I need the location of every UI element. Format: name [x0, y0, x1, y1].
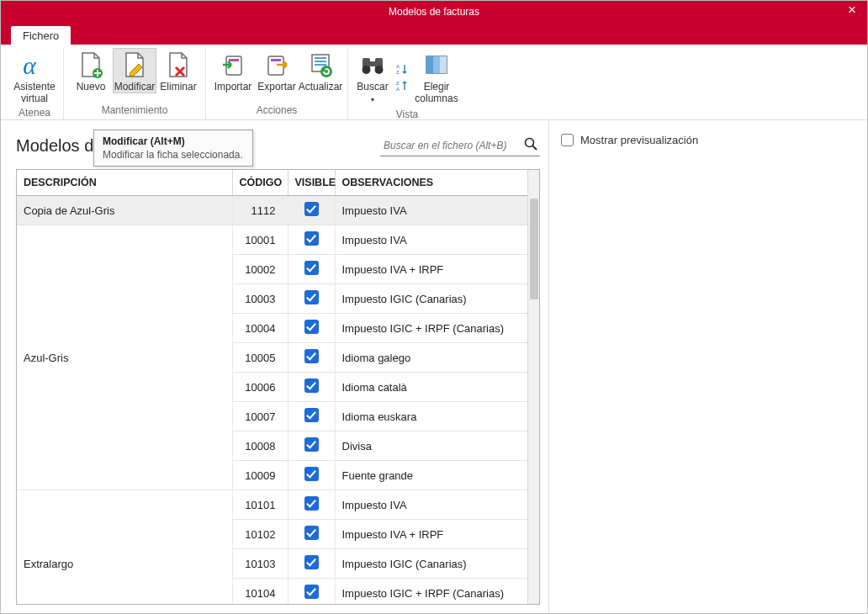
- cell-observations: Impuesto IGIC + IRPF (Canarias): [335, 579, 527, 605]
- cell-code: 10009: [232, 461, 288, 490]
- exportar-button[interactable]: Exportar: [255, 48, 299, 93]
- scrollbar-thumb[interactable]: [530, 198, 538, 299]
- cell-description: Copia de Azul-Gris: [17, 196, 232, 225]
- cell-visible[interactable]: [288, 402, 335, 431]
- elegir-columnas-button[interactable]: Elegir columnas: [412, 48, 461, 107]
- actualizar-button[interactable]: Actualizar: [299, 48, 342, 93]
- cell-observations: Impuesto IGIC (Canarias): [335, 284, 527, 314]
- sort-za-icon: ZA: [395, 79, 409, 93]
- ribbon-group-label: Atenea: [11, 105, 58, 120]
- left-pane: Modelos de facturas DESCRIPCI: [1, 120, 549, 613]
- cell-observations: Fuente grande: [335, 461, 527, 490]
- cell-code: 10007: [232, 402, 288, 431]
- cell-observations: Idioma galego: [335, 343, 527, 373]
- checkbox-icon: [561, 134, 574, 146]
- table-header-row: DESCRIPCIÓN CÓDIGO VISIBLE OBSERVACIONES: [17, 170, 527, 196]
- col-code[interactable]: CÓDIGO: [232, 170, 288, 196]
- sort-za-button[interactable]: ZA: [395, 78, 409, 93]
- cell-code: 10003: [232, 284, 288, 314]
- refresh-icon: [306, 50, 335, 79]
- eliminar-button[interactable]: Eliminar: [156, 48, 200, 93]
- checkbox-checked-icon[interactable]: [304, 585, 319, 599]
- show-preview-checkbox[interactable]: Mostrar previsualización: [561, 134, 855, 146]
- cell-visible[interactable]: [288, 255, 335, 284]
- cell-visible[interactable]: [288, 431, 335, 461]
- cell-observations: Impuesto IVA: [335, 490, 527, 520]
- scrollbar[interactable]: [527, 170, 539, 604]
- search-icon[interactable]: [523, 136, 538, 154]
- buscar-button[interactable]: Buscar ▾: [353, 48, 392, 107]
- cell-visible[interactable]: [288, 284, 335, 314]
- col-description[interactable]: DESCRIPCIÓN: [17, 170, 232, 196]
- checkbox-checked-icon[interactable]: [304, 496, 319, 511]
- ribbon-group-mantenimiento: Nuevo Modificar Eliminar Mantenimiento: [64, 48, 206, 119]
- export-icon: [262, 50, 291, 79]
- svg-point-7: [320, 66, 332, 77]
- show-preview-label: Mostrar previsualización: [580, 134, 698, 146]
- columns-icon: [422, 50, 451, 79]
- svg-rect-19: [433, 56, 440, 73]
- new-file-icon: [77, 50, 105, 79]
- cell-visible[interactable]: [288, 579, 335, 605]
- col-observations[interactable]: OBSERVACIONES: [335, 170, 527, 196]
- cell-visible[interactable]: [288, 549, 335, 579]
- cell-observations: Impuesto IVA + IRPF: [335, 520, 527, 549]
- cell-visible[interactable]: [288, 490, 335, 520]
- svg-point-21: [526, 139, 534, 147]
- checkbox-checked-icon[interactable]: [304, 320, 319, 334]
- alpha-icon: α: [20, 50, 49, 79]
- window-title: Modelos de facturas: [389, 6, 479, 18]
- ribbon-group-label: Mantenimiento: [69, 103, 200, 118]
- cell-visible[interactable]: [288, 343, 335, 373]
- tooltip-title: Modificar (Alt+M): [103, 135, 244, 147]
- cell-code: 10008: [232, 431, 288, 461]
- nuevo-button[interactable]: Nuevo: [69, 48, 113, 93]
- checkbox-checked-icon[interactable]: [304, 408, 319, 422]
- table-row[interactable]: Copia de Azul-Gris1112Impuesto IVA: [17, 196, 527, 225]
- delete-file-icon: [164, 50, 193, 79]
- col-visible[interactable]: VISIBLE: [288, 170, 335, 196]
- right-pane: Mostrar previsualización: [549, 120, 867, 613]
- cell-visible[interactable]: [288, 196, 335, 225]
- checkbox-checked-icon[interactable]: [304, 261, 319, 275]
- sort-az-button[interactable]: AZ: [395, 61, 409, 77]
- tab-fichero[interactable]: Fichero: [11, 26, 71, 45]
- import-icon: [219, 50, 247, 79]
- cell-observations: Impuesto IVA: [335, 196, 527, 225]
- table-row[interactable]: Extralargo10101Impuesto IVA: [17, 490, 527, 520]
- importar-button[interactable]: Importar: [211, 48, 255, 93]
- cell-code: 10004: [232, 314, 288, 343]
- checkbox-checked-icon[interactable]: [304, 290, 319, 304]
- svg-rect-10: [370, 61, 375, 66]
- binoculars-icon: [358, 50, 387, 79]
- asistente-virtual-button[interactable]: α Asistente virtual: [11, 48, 58, 105]
- checkbox-checked-icon[interactable]: [304, 231, 319, 246]
- menubar: Fichero: [1, 23, 867, 45]
- svg-text:α: α: [23, 51, 37, 79]
- checkbox-checked-icon[interactable]: [304, 555, 319, 569]
- checkbox-checked-icon[interactable]: [304, 526, 319, 540]
- cell-visible[interactable]: [288, 225, 335, 255]
- cell-visible[interactable]: [288, 461, 335, 490]
- checkbox-checked-icon[interactable]: [304, 437, 319, 452]
- table-wrap: DESCRIPCIÓN CÓDIGO VISIBLE OBSERVACIONES…: [16, 169, 540, 605]
- tooltip-modificar: Modificar (Alt+M) Modificar la ficha sel…: [93, 130, 253, 167]
- cell-visible[interactable]: [288, 373, 335, 402]
- close-icon[interactable]: ×: [842, 3, 862, 17]
- checkbox-checked-icon[interactable]: [304, 202, 319, 216]
- svg-text:Z: Z: [396, 70, 400, 75]
- cell-observations: Impuesto IVA + IRPF: [335, 255, 527, 284]
- checkbox-checked-icon[interactable]: [304, 378, 319, 393]
- modificar-button[interactable]: Modificar: [113, 48, 156, 93]
- ribbon-group-label: Acciones: [211, 103, 342, 118]
- ribbon-group-acciones: Importar Exportar Actualizar Acciones: [206, 48, 348, 119]
- ribbon-group-vista: Buscar ▾ AZ ZA Elegir columnas: [348, 48, 466, 119]
- titlebar: Modelos de facturas ×: [1, 1, 867, 23]
- cell-visible[interactable]: [288, 314, 335, 343]
- search-field-wrap[interactable]: [380, 135, 540, 156]
- checkbox-checked-icon[interactable]: [304, 467, 319, 481]
- search-input[interactable]: [382, 139, 523, 152]
- cell-visible[interactable]: [288, 520, 335, 549]
- table-row[interactable]: Azul-Gris10001Impuesto IVA: [17, 225, 527, 255]
- checkbox-checked-icon[interactable]: [304, 349, 319, 363]
